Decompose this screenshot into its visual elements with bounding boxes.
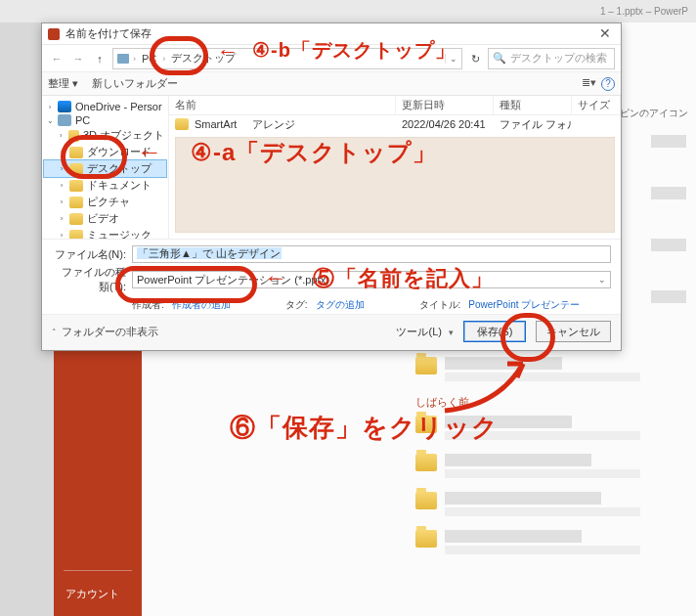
tree-node[interactable]: ⌄PC <box>44 113 166 127</box>
filename-input[interactable]: 「三角形▲」で 山をデザイン <box>132 245 611 263</box>
search-placeholder: デスクトップの検索 <box>510 51 607 66</box>
close-button[interactable]: ✕ <box>595 26 615 42</box>
organize-menu[interactable]: 整理 ▾ <box>48 76 78 91</box>
folder-icon <box>415 357 437 374</box>
powerpoint-icon <box>48 28 60 40</box>
annotation-arrow-4a: ← <box>137 137 163 167</box>
sidebar-divider <box>64 570 132 571</box>
tree-twisty-icon: › <box>58 231 65 239</box>
folder-icon <box>415 454 437 471</box>
chevron-up-icon: ˄ <box>52 328 57 337</box>
tree-twisty-icon: › <box>58 214 65 223</box>
pc-icon <box>58 114 71 126</box>
view-options-button[interactable]: ≣▾ <box>580 76 597 92</box>
file-row[interactable]: SmartArt アレンジ 2022/04/26 20:41 ファイル フォルダ… <box>169 115 621 133</box>
sidebar-account[interactable]: アカウント <box>54 581 142 607</box>
tag-label: タグ: <box>285 298 308 312</box>
file-date: 2022/04/26 20:41 <box>396 118 494 130</box>
recent-path-placeholder <box>445 546 640 554</box>
search-input[interactable]: 🔍 デスクトップの検索 <box>488 48 615 69</box>
recent-placeholder <box>651 239 686 251</box>
recent-item[interactable] <box>415 492 686 516</box>
folder-icon <box>415 492 437 509</box>
add-tag-link[interactable]: タグの追加 <box>316 298 365 312</box>
tree-label: ピクチャ <box>87 195 130 209</box>
folder-icon <box>69 213 83 225</box>
tree-node[interactable]: ›ミュージック <box>44 227 166 239</box>
recent-item[interactable] <box>415 530 686 554</box>
search-icon: 🔍 <box>493 52 506 65</box>
title-label: タイトル: <box>419 298 461 312</box>
annotation-ring-4b <box>150 36 208 75</box>
col-name[interactable]: 名前 <box>169 96 396 114</box>
annotation-arrow-6 <box>440 352 538 420</box>
tools-menu[interactable]: ツール(L) ▾ <box>396 325 454 339</box>
tree-node[interactable]: ›OneDrive - Persor <box>44 100 166 113</box>
tree-twisty-icon: › <box>58 198 65 206</box>
file-name: SmartArt <box>195 118 237 130</box>
recent-title-placeholder <box>445 492 601 505</box>
annotation-text-4b: ④-b「デスクトップ」 <box>252 37 456 64</box>
app-title-text: 1 – 1.pptx – PowerP <box>600 6 688 17</box>
refresh-button[interactable]: ↻ <box>466 50 484 67</box>
tree-label: OneDrive - Persor <box>75 101 162 112</box>
annotation-arrow-5: ← <box>264 264 288 291</box>
recent-title-placeholder <box>445 454 591 466</box>
chevron-down-icon: ⌄ <box>598 275 606 285</box>
tree-twisty-icon: ⌄ <box>46 116 54 125</box>
annotation-text-4a: ④-a「デスクトップ」 <box>191 137 437 168</box>
recent-path-placeholder <box>445 507 640 516</box>
annotation-ring-5 <box>115 266 257 303</box>
annotation-arrow-4b: ← <box>217 39 239 65</box>
annotation-ring-4a <box>61 135 127 179</box>
col-date[interactable]: 更新日時 <box>396 96 494 114</box>
col-size[interactable]: サイズ <box>572 96 621 114</box>
annotation-text-5: ⑤「名前を記入」 <box>313 264 494 293</box>
nav-up-button[interactable]: ↑ <box>91 50 109 67</box>
tree-label: ドキュメント <box>87 178 152 193</box>
column-headers[interactable]: 名前 更新日時 種類 サイズ <box>169 96 621 115</box>
pc-icon <box>117 54 129 64</box>
tree-node[interactable]: ›ドキュメント <box>44 177 166 194</box>
filename-label: ファイル名(N): <box>52 247 126 262</box>
recent-placeholder <box>651 187 686 199</box>
tree-label: PC <box>75 114 90 126</box>
tools-label: ツール(L) <box>396 326 441 337</box>
folder-icon <box>69 180 83 192</box>
col-type[interactable]: 種類 <box>494 96 572 114</box>
recent-path-placeholder <box>445 469 640 478</box>
recent-placeholder <box>651 135 686 148</box>
tree-label: ミュージック <box>87 228 152 239</box>
recent-title-placeholder <box>445 530 582 543</box>
nav-back-button[interactable]: ← <box>48 50 65 67</box>
title-link[interactable]: PowerPoint プレゼンテー <box>468 298 580 312</box>
file-type: ファイル フォルダー <box>494 117 572 132</box>
tree-label: ビデオ <box>87 211 119 226</box>
folder-icon <box>69 230 83 240</box>
recent-placeholder <box>651 290 686 303</box>
dialog-toolbar: 整理 ▾ 新しいフォルダー ≣▾ ? <box>42 72 621 96</box>
tree-node[interactable]: ›ピクチャ <box>44 194 166 210</box>
file-name-sub: アレンジ <box>252 117 295 132</box>
filename-value: 「三角形▲」で 山をデザイン <box>137 247 282 259</box>
folder-icon <box>415 530 437 548</box>
chevron-right-icon: › <box>133 54 136 64</box>
tree-twisty-icon: › <box>58 131 65 140</box>
tree-twisty-icon: › <box>46 103 54 111</box>
hide-folders-toggle[interactable]: ˄ フォルダーの非表示 <box>52 325 158 339</box>
app-titlebar: 1 – 1.pptx – PowerP <box>0 0 696 22</box>
help-button[interactable]: ? <box>601 77 615 91</box>
recent-item[interactable] <box>415 454 686 478</box>
chevron-down-icon: ▾ <box>449 328 454 337</box>
cloud-icon <box>58 101 71 112</box>
new-folder-button[interactable]: 新しいフォルダー <box>92 76 178 91</box>
nav-forward-button[interactable]: → <box>69 50 87 67</box>
hide-folders-label: フォルダーの非表示 <box>62 326 158 337</box>
tree-node[interactable]: ›ビデオ <box>44 210 166 227</box>
folder-icon <box>69 197 83 208</box>
folder-icon <box>175 118 189 130</box>
tree-twisty-icon: › <box>58 181 65 190</box>
